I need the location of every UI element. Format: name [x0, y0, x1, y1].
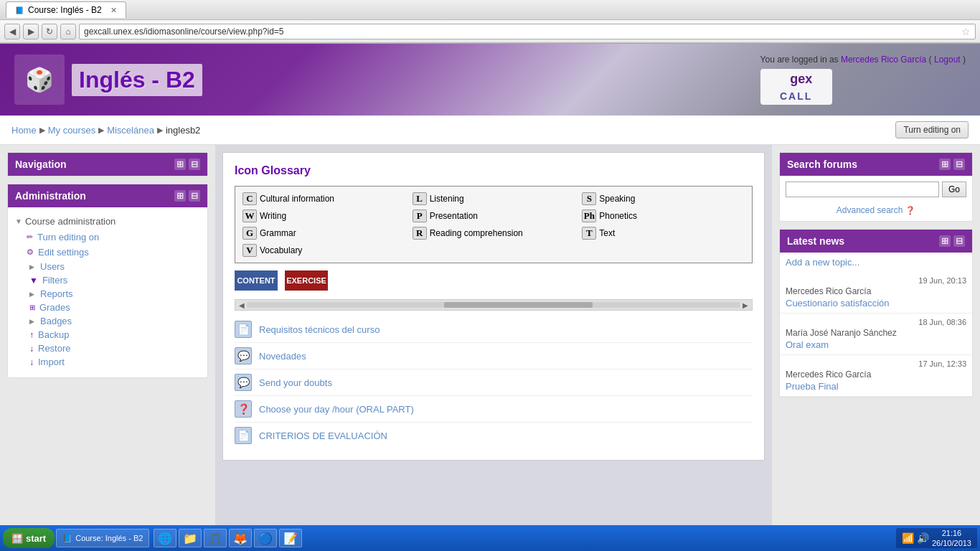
legend-p-label: Presentation — [430, 211, 478, 221]
home-button[interactable]: ⌂ — [60, 24, 76, 39]
back-button[interactable]: ◀ — [4, 24, 20, 39]
edit-settings-item[interactable]: ⚙ Edit settings — [15, 245, 200, 260]
breadcrumb-bar: Home ▶ My courses ▶ Miscelánea ▶ inglesb… — [0, 116, 980, 145]
scroll-track[interactable] — [247, 302, 740, 308]
course-item-5-link[interactable]: CRITERIOS DE EVALUACIÓN — [259, 430, 387, 441]
bookmark-icon[interactable]: ☆ — [961, 26, 971, 37]
legend-c: C Cultural information — [240, 191, 408, 207]
course-item-5: 📄 CRITERIOS DE EVALUACIÓN — [235, 423, 753, 448]
news-3-author: Mercedes Rico García — [786, 369, 966, 380]
turn-editing-item[interactable]: ✏ Turn editing on — [15, 230, 200, 245]
legend-t-badge: T — [582, 227, 596, 240]
restore-icon: ↓ — [29, 344, 34, 354]
user-login-text: You are logged in as — [760, 55, 841, 65]
help-icon[interactable]: ❓ — [905, 206, 915, 215]
news-item-2: 18 Jun, 08:36 María José Naranjo Sánchez… — [780, 314, 972, 355]
search-go-button[interactable]: Go — [942, 182, 966, 197]
news-1-title[interactable]: Cuestionario satisfacción — [786, 298, 890, 309]
latest-news-title: Latest news — [787, 235, 844, 247]
badges-label: Badges — [40, 316, 72, 326]
search-forums-input[interactable] — [786, 182, 939, 197]
users-expand-icon: ▶ — [29, 263, 34, 270]
administration-expand-icon[interactable]: ⊞ — [174, 190, 186, 202]
latest-news-block: Latest news ⊞ ⊟ Add a new topic... 19 Ju… — [779, 229, 973, 397]
course-item-1-link[interactable]: Requisitos técnicos del curso — [259, 324, 380, 335]
scroll-thumb[interactable] — [444, 302, 592, 308]
search-forums-block: Search forums ⊞ ⊟ Go Advanced search ❓ — [779, 152, 973, 222]
news-3-title[interactable]: Prueba Final — [786, 381, 839, 392]
scroll-right-btn[interactable]: ▶ — [740, 301, 750, 309]
course-item-4-icon: ❓ — [235, 400, 252, 418]
course-item-2: 💬 Novedades — [235, 343, 753, 369]
breadcrumb-home[interactable]: Home — [11, 125, 37, 136]
administration-content: ▼ Course administration ✏ Turn editing o… — [8, 207, 207, 377]
user-name-link[interactable]: Mercedes Rico García — [841, 55, 926, 65]
administration-block-title: Administration — [15, 190, 86, 202]
legend-l: L Listening — [410, 191, 578, 207]
reports-label: Reports — [40, 288, 73, 299]
search-forums-collapse-icon[interactable]: ⊟ — [953, 159, 965, 170]
latest-news-expand-icon[interactable]: ⊞ — [939, 235, 951, 247]
navigation-block: Navigation ⊞ ⊟ — [7, 152, 208, 176]
legend-t: T Text — [579, 225, 748, 241]
left-sidebar: Navigation ⊞ ⊟ Administration ⊞ ⊟ ▼ — [0, 145, 215, 525]
logout-link[interactable]: Logout — [934, 55, 961, 65]
advanced-search-link[interactable]: Advanced search — [837, 205, 903, 215]
browser-tab[interactable]: 📘 Course: Inglés - B2 ✕ — [6, 1, 126, 18]
site-title: Inglés - B2 — [72, 64, 202, 96]
navigation-block-title: Navigation — [15, 159, 67, 170]
badges-item[interactable]: ▶ Badges — [15, 314, 200, 328]
breadcrumb-miscelanea[interactable]: Miscelánea — [107, 125, 154, 136]
course-item-3-link[interactable]: Send your doubts — [259, 377, 332, 388]
add-topic-link[interactable]: Add a new topic... — [780, 253, 972, 272]
legend-s-label: Speaking — [599, 194, 635, 204]
administration-block-header: Administration ⊞ ⊟ — [8, 184, 207, 207]
tab-favicon: 📘 — [15, 6, 24, 14]
navigation-collapse-icon[interactable]: ⊟ — [189, 159, 200, 170]
users-item[interactable]: ▶ Users — [15, 260, 200, 273]
legend-p-badge: P — [413, 209, 427, 222]
forward-button[interactable]: ▶ — [23, 24, 39, 39]
filters-item[interactable]: ▼ Filters — [15, 273, 200, 287]
course-item-2-link[interactable]: Novedades — [259, 351, 306, 362]
address-bar[interactable]: gexcall.unex.es/idiomasonline/course/vie… — [79, 24, 976, 39]
latest-news-collapse-icon[interactable]: ⊟ — [953, 235, 965, 247]
backup-item[interactable]: ↑ Backup — [15, 328, 200, 342]
administration-collapse-icon[interactable]: ⊟ — [189, 190, 200, 202]
grades-item[interactable]: ⊞ Grades — [15, 301, 200, 314]
gexcall-logo: gex CALL — [780, 70, 812, 103]
search-forums-expand-icon[interactable]: ⊞ — [939, 159, 951, 170]
horizontal-scrollbar[interactable]: ◀ ▶ — [235, 299, 753, 311]
news-item-1: 19 Jun, 20:13 Mercedes Rico García Cuest… — [780, 272, 972, 314]
center-content: Icon Glossary C Cultural information L L… — [215, 145, 772, 525]
user-close-paren: ) — [963, 55, 966, 65]
header-logo-area: 🎲 Inglés - B2 — [14, 55, 202, 105]
scroll-left-btn[interactable]: ◀ — [237, 301, 247, 309]
users-label: Users — [40, 261, 65, 272]
content-title: Icon Glossary — [235, 164, 753, 177]
browser-nav-bar: ◀ ▶ ↻ ⌂ gexcall.unex.es/idiomasonline/co… — [0, 20, 980, 43]
course-admin-expand[interactable]: ▼ — [15, 217, 22, 225]
restore-item[interactable]: ↓ Restore — [15, 342, 200, 355]
import-item[interactable]: ↓ Import — [15, 355, 200, 369]
navigation-expand-icon[interactable]: ⊞ — [174, 159, 186, 170]
breadcrumb-my-courses[interactable]: My courses — [48, 125, 95, 136]
legend-c-badge: C — [242, 192, 257, 205]
turn-editing-on-button[interactable]: Turn editing on — [895, 121, 969, 138]
gear-icon: ⚙ — [27, 248, 34, 257]
legend-g-label: Grammar — [260, 228, 296, 238]
tab-close-btn[interactable]: ✕ — [110, 6, 117, 15]
course-item-4-link[interactable]: Choose your day /hour (ORAL PART) — [259, 404, 414, 415]
refresh-button[interactable]: ↻ — [42, 24, 57, 39]
course-admin-label: Course administration — [25, 216, 116, 227]
legend-g: G Grammar — [240, 225, 408, 241]
legend-t-label: Text — [599, 228, 615, 238]
breadcrumb-arrow-2: ▶ — [98, 126, 104, 135]
user-info: You are logged in as Mercedes Rico Garcí… — [760, 55, 966, 105]
filter-icon: ▼ — [29, 276, 38, 286]
news-item-3: 17 Jun, 12:33 Mercedes Rico García Prueb… — [780, 355, 972, 397]
search-forums-title: Search forums — [787, 159, 857, 170]
reports-item[interactable]: ▶ Reports — [15, 287, 200, 301]
news-2-title[interactable]: Oral exam — [786, 339, 829, 350]
course-item-3: 💬 Send your doubts — [235, 369, 753, 396]
